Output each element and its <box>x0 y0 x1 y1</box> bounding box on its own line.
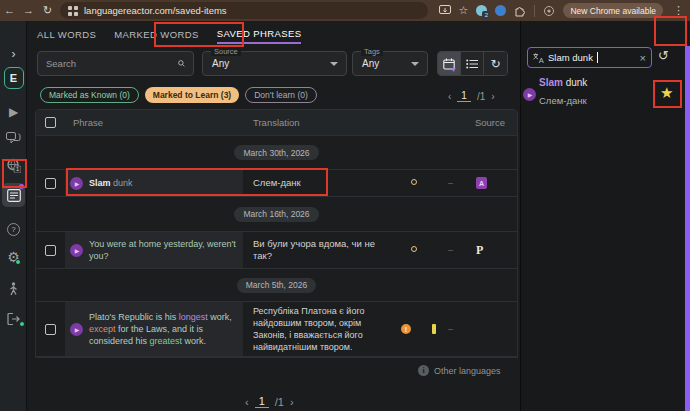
phrase-text: Slam dunk <box>89 177 133 189</box>
panel-result-play-button[interactable]: ▶ <box>523 88 536 101</box>
sidebar-item-settings[interactable]: ⚙ <box>0 249 27 265</box>
history-view-button[interactable]: ↻ <box>484 52 507 75</box>
row-checkbox[interactable] <box>45 324 56 335</box>
table-row[interactable]: ▶ Plato's Republic is his longest work, … <box>36 301 517 357</box>
source-dropdown[interactable]: Source Any <box>202 51 347 76</box>
status-filter-chips: Marked as Known (0) Marked to Learn (3) … <box>40 87 317 103</box>
sidebar-expand-icon[interactable]: › <box>0 47 27 61</box>
current-page[interactable]: 1 <box>255 395 269 408</box>
pagination-top: ‹ 1 /1 › <box>448 90 495 102</box>
address-bar[interactable]: languagereactor.com/saved-items <box>60 2 428 19</box>
date-chip: March 30th, 2026 <box>234 145 318 160</box>
chip-marked-to-learn[interactable]: Marked to Learn (3) <box>145 87 239 103</box>
favorite-star-icon[interactable]: ★ <box>660 84 673 102</box>
panel-accent-strip <box>685 46 690 411</box>
prev-page-icon[interactable]: ‹ <box>448 91 451 102</box>
info-icon: i <box>418 365 429 376</box>
extension-icon-2[interactable] <box>495 5 506 16</box>
forward-icon[interactable]: → <box>19 0 38 21</box>
url-text: languagereactor.com/saved-items <box>84 5 227 16</box>
sidebar-item-profile[interactable]: 1 <box>0 158 27 173</box>
calendar-view-button[interactable]: ▼ <box>438 52 461 75</box>
list-view-button[interactable] <box>461 52 484 75</box>
phrase-text: Plato's Republic is his longest work, ex… <box>89 311 237 347</box>
play-phrase-button[interactable]: ▶ <box>70 323 83 336</box>
help-icon: ? <box>7 223 20 236</box>
logo-letter: E <box>4 67 24 89</box>
column-translation: Translation <box>243 117 398 128</box>
chrome-update-button[interactable]: New Chrome available <box>563 3 663 18</box>
settings-status-dot <box>15 259 21 265</box>
anki-source-icon[interactable]: A <box>476 177 487 189</box>
tab-all-words[interactable]: ALL WORDS <box>37 25 96 43</box>
extension-icon-3[interactable] <box>543 5 555 17</box>
prev-page-icon[interactable]: ‹ <box>245 396 249 408</box>
search-input[interactable] <box>46 58 178 69</box>
date-chip: March 16th, 2026 <box>234 207 318 222</box>
back-icon[interactable]: ← <box>0 0 19 21</box>
column-phrase: Phrase <box>65 117 243 128</box>
next-page-icon[interactable]: › <box>491 91 494 102</box>
tab-marked-words[interactable]: MARKED WORDS <box>114 25 199 43</box>
search-icon <box>178 58 185 69</box>
refresh-icon: ↻ <box>490 57 500 71</box>
current-page[interactable]: 1 <box>457 90 471 102</box>
row-checkbox[interactable] <box>45 245 56 256</box>
page-total: /1 <box>275 396 284 408</box>
other-languages-note[interactable]: i Other languages <box>418 365 501 376</box>
browser-toolbar: ← → ↻ languagereactor.com/saved-items ☆ … <box>0 0 690 21</box>
reload-icon[interactable]: ↻ <box>38 0 57 21</box>
play-phrase-button[interactable]: ▶ <box>70 177 83 190</box>
date-separator: March 5th, 2026 <box>36 269 517 301</box>
sidebar-item-exit[interactable] <box>0 312 27 326</box>
select-all-checkbox[interactable] <box>45 117 56 128</box>
p-source-icon[interactable]: P <box>476 243 483 258</box>
panel-search-field[interactable]: A Slam dunk × <box>527 47 652 68</box>
sidebar-item-chat[interactable] <box>0 132 27 145</box>
column-source: Source <box>398 117 517 128</box>
dash-separator: – <box>448 324 453 334</box>
play-icon: ▶ <box>9 105 18 119</box>
sidebar-item-help[interactable]: ? <box>0 223 27 236</box>
search-field[interactable] <box>37 51 194 76</box>
page-tabs: ALL WORDS MARKED WORDS SAVED PHRASES <box>37 21 301 46</box>
chevron-down-icon <box>330 62 338 66</box>
svg-text:1: 1 <box>16 166 19 172</box>
table-row[interactable]: ▶ You were at home yesterday, weren't yo… <box>36 231 517 269</box>
site-info-icon[interactable] <box>68 6 78 16</box>
chip-marked-as-known[interactable]: Marked as Known (0) <box>40 87 139 103</box>
notification-dot <box>19 184 24 189</box>
translation-text: Ви були учора вдома, чи не так? <box>243 232 398 268</box>
highlighter-source-icon[interactable] <box>432 324 436 334</box>
tab-saved-phrases[interactable]: SAVED PHRASES <box>217 24 302 44</box>
translation-text: Слем-данк <box>243 170 398 196</box>
browser-menu-icon[interactable]: ⋮ <box>671 4 686 17</box>
dash-separator: – <box>448 245 453 255</box>
next-page-icon[interactable]: › <box>290 396 294 408</box>
page-total: /1 <box>477 91 485 102</box>
clear-search-icon[interactable]: × <box>640 52 646 64</box>
sidebar-item-logo[interactable]: E <box>0 67 27 89</box>
install-icon[interactable] <box>439 5 451 16</box>
date-separator: March 30th, 2026 <box>36 136 517 169</box>
calendar-sort-arrow-icon: ▼ <box>450 66 457 73</box>
dash-separator: – <box>448 178 453 188</box>
extension-icon[interactable]: 2 <box>476 5 487 16</box>
play-phrase-button[interactable]: ▶ <box>70 244 83 257</box>
saved-phrases-table: Phrase Translation Source March 30th, 20… <box>35 109 518 358</box>
warning-source-icon[interactable]: ! <box>401 324 411 334</box>
sidebar-item-saved-items[interactable] <box>0 183 27 207</box>
list-icon <box>466 59 478 69</box>
tags-dropdown[interactable]: Tags Any <box>352 51 428 76</box>
date-chip: March 5th, 2026 <box>237 278 316 293</box>
table-row[interactable]: ▶ Slam dunk Слем-данк – A <box>36 169 517 197</box>
sidebar-item-player[interactable]: ▶ <box>0 105 27 119</box>
search-history-icon[interactable]: ↺ <box>658 48 669 63</box>
row-checkbox[interactable] <box>45 178 56 189</box>
panel-result-phrase[interactable]: Slam dunk <box>539 77 587 88</box>
sidebar-item-tour[interactable] <box>0 282 27 297</box>
exit-status-dot <box>19 321 25 327</box>
extensions-puzzle-icon[interactable] <box>514 5 526 17</box>
chip-dont-learn[interactable]: Don't learn (0) <box>245 87 317 103</box>
bookmark-icon[interactable]: ☆ <box>459 4 469 17</box>
